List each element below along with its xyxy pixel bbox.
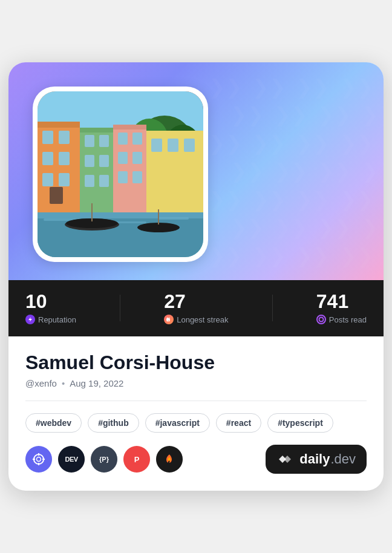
- svg-rect-64: [113, 125, 146, 129]
- avatar-wrapper: [33, 87, 208, 262]
- streak-value: 27: [164, 291, 186, 312]
- svg-rect-70: [132, 171, 142, 183]
- brand-dev-text: .dev: [330, 451, 356, 467]
- svg-rect-47: [38, 122, 80, 128]
- devto-icon-button[interactable]: DEV: [58, 446, 85, 473]
- brand-text: daily .dev: [299, 451, 356, 467]
- daily-dev-logo-icon: [276, 451, 293, 468]
- svg-text:❯❯: ❯❯: [209, 188, 243, 211]
- svg-rect-58: [99, 135, 109, 147]
- profile-meta: @xenfo • Aug 19, 2022: [25, 378, 367, 388]
- streak-label-row: Longest streak: [164, 315, 228, 324]
- stats-bar: 10 Reputation 27 Longest streak 741: [8, 280, 384, 336]
- tag-javascript[interactable]: #javascript: [145, 413, 210, 433]
- brand-badge: daily .dev: [266, 445, 367, 474]
- posts-label-row: Posts read: [316, 315, 367, 324]
- posts-label: Posts read: [329, 315, 367, 324]
- tag-react[interactable]: #react: [216, 413, 261, 433]
- svg-text:❯❯: ❯❯: [296, 244, 330, 267]
- stat-divider-1: [120, 295, 120, 321]
- svg-text:❯❯: ❯❯: [209, 132, 243, 155]
- stat-divider-2: [272, 295, 273, 321]
- hero-section: ❯❯ ❯❯ ❯❯ ❯❯ ❯❯ ❯❯ ❯❯ ❯❯ ❯❯ ❯❯ ❯❯ ❯❯ ❯❯ ❯…: [8, 62, 384, 280]
- svg-rect-49: [59, 131, 70, 144]
- svg-text:❯❯: ❯❯: [209, 244, 243, 267]
- svg-text:❯❯: ❯❯: [274, 216, 308, 239]
- profile-name: Samuel Corsi-House: [25, 351, 367, 374]
- svg-text:P: P: [134, 454, 140, 463]
- svg-text:❯❯: ❯❯: [252, 188, 286, 211]
- streak-label: Longest streak: [177, 315, 228, 324]
- svg-rect-61: [85, 175, 94, 187]
- svg-rect-65: [118, 133, 128, 145]
- svg-text:❯❯: ❯❯: [296, 76, 330, 99]
- bottom-bar: DEV {P} P: [8, 433, 384, 491]
- profile-join-date: Aug 19, 2022: [70, 378, 123, 388]
- svg-rect-66: [132, 133, 142, 145]
- svg-rect-53: [59, 173, 70, 186]
- tag-webdev[interactable]: #webdev: [25, 413, 82, 433]
- stat-streak: 27 Longest streak: [164, 291, 228, 324]
- svg-rect-57: [85, 135, 94, 147]
- svg-point-81: [319, 318, 323, 322]
- svg-text:❯❯: ❯❯: [252, 244, 286, 267]
- svg-rect-52: [42, 173, 53, 186]
- flame-icon: [164, 315, 174, 324]
- reputation-label-row: Reputation: [25, 315, 76, 324]
- svg-text:❯❯: ❯❯: [362, 160, 384, 183]
- profile-card: ❯❯ ❯❯ ❯❯ ❯❯ ❯❯ ❯❯ ❯❯ ❯❯ ❯❯ ❯❯ ❯❯ ❯❯ ❯❯ ❯…: [8, 62, 384, 491]
- svg-text:❯❯: ❯❯: [296, 132, 330, 155]
- svg-rect-54: [50, 187, 63, 204]
- svg-text:❯❯: ❯❯: [274, 160, 308, 183]
- svg-text:❯❯: ❯❯: [296, 188, 330, 211]
- stat-posts: 741 Posts read: [316, 291, 367, 324]
- svg-text:❯❯: ❯❯: [362, 103, 384, 126]
- social-icons-container: DEV {P} P: [25, 446, 183, 473]
- svg-text:❯❯: ❯❯: [340, 244, 374, 267]
- svg-text:❯❯: ❯❯: [230, 103, 264, 126]
- svg-rect-50: [42, 152, 53, 165]
- svg-rect-72: [151, 139, 162, 152]
- tag-typescript[interactable]: #typescript: [267, 413, 333, 433]
- hashnode-icon-button[interactable]: [156, 446, 183, 473]
- svg-point-82: [34, 454, 44, 464]
- profile-username: @xenfo: [25, 378, 57, 388]
- svg-rect-51: [59, 152, 70, 165]
- svg-rect-62: [99, 175, 109, 187]
- svg-text:❯❯: ❯❯: [318, 216, 352, 239]
- svg-text:❯❯: ❯❯: [252, 132, 286, 155]
- svg-text:❯❯: ❯❯: [252, 76, 286, 99]
- tags-container: #webdev #github #javascript #react #type…: [8, 413, 384, 433]
- svg-rect-74: [184, 139, 195, 152]
- svg-text:❯❯: ❯❯: [274, 103, 308, 126]
- svg-marker-80: [28, 317, 32, 322]
- svg-rect-48: [42, 131, 53, 144]
- svg-text:❯❯: ❯❯: [209, 76, 243, 99]
- svg-text:❯❯: ❯❯: [230, 216, 264, 239]
- svg-rect-73: [168, 139, 178, 152]
- posts-value: 741: [316, 291, 348, 312]
- producthunt-icon-button[interactable]: P: [123, 446, 150, 473]
- bolt-icon: [25, 315, 35, 324]
- svg-rect-36: [158, 217, 189, 220]
- svg-rect-56: [80, 128, 113, 133]
- svg-rect-67: [118, 152, 128, 164]
- svg-text:❯❯: ❯❯: [362, 216, 384, 239]
- tag-github[interactable]: #github: [88, 413, 139, 433]
- svg-text:❯❯: ❯❯: [340, 132, 374, 155]
- divider: [25, 401, 367, 401]
- peerlist-icon-button[interactable]: {P}: [91, 446, 117, 473]
- svg-text:❯❯: ❯❯: [340, 76, 374, 99]
- svg-point-83: [37, 457, 41, 461]
- circle-icon: [316, 315, 326, 324]
- crosshair-icon-button[interactable]: [25, 446, 52, 473]
- reputation-label: Reputation: [38, 315, 76, 324]
- svg-text:❯❯: ❯❯: [230, 160, 264, 183]
- svg-rect-60: [99, 155, 109, 167]
- brand-daily-text: daily: [299, 451, 330, 467]
- meta-dot: •: [62, 378, 65, 388]
- svg-text:❯❯: ❯❯: [318, 103, 352, 126]
- svg-text:❯❯: ❯❯: [318, 160, 352, 183]
- svg-rect-69: [118, 171, 128, 183]
- profile-info: Samuel Corsi-House @xenfo • Aug 19, 2022: [8, 336, 384, 388]
